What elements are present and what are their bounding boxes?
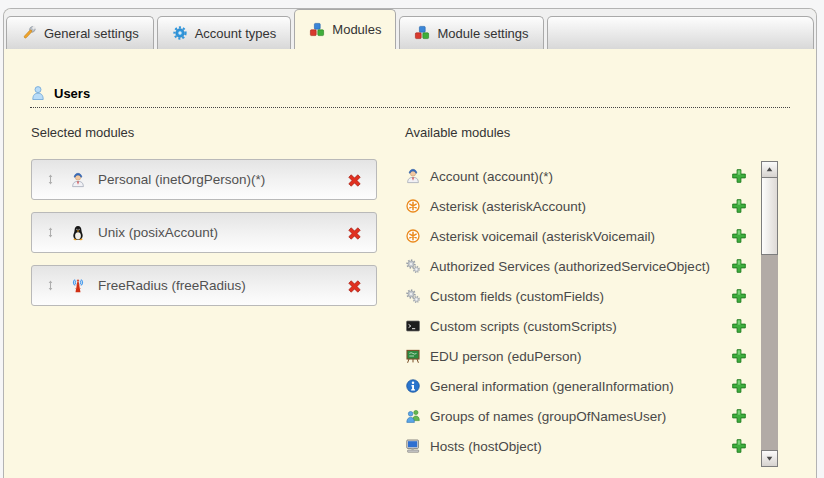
- tab-label: Account types: [195, 26, 277, 41]
- available-module-row: Hosts (hostObject): [405, 431, 749, 461]
- available-module-label: Asterisk (asteriskAccount): [430, 199, 731, 214]
- drag-handle-icon[interactable]: [44, 226, 57, 239]
- scrollbar-track[interactable]: [761, 255, 778, 450]
- selected-module-row[interactable]: Personal (inetOrgPerson)(*): [31, 159, 377, 200]
- tab-label: Module settings: [437, 26, 528, 41]
- antenna-icon: [70, 278, 86, 294]
- add-module-button[interactable]: [731, 378, 747, 394]
- remove-module-button[interactable]: [346, 225, 363, 242]
- page-background: { "colors": { "content_background": "#fc…: [0, 0, 824, 478]
- person-icon: [70, 172, 86, 188]
- terminal-icon: [405, 318, 421, 334]
- selected-module-label: FreeRadius (freeRadius): [98, 278, 246, 293]
- gear-icon: [172, 25, 188, 41]
- available-module-label: EDU person (eduPerson): [430, 349, 731, 364]
- modules-cubes-icon: [309, 22, 325, 38]
- add-module-button[interactable]: [731, 318, 747, 334]
- available-module-row: Authorized Services (authorizedServiceOb…: [405, 251, 749, 281]
- penguin-icon: [70, 225, 86, 241]
- add-module-button[interactable]: [731, 228, 747, 244]
- add-module-button[interactable]: [731, 348, 747, 364]
- drag-handle-icon[interactable]: [44, 173, 57, 186]
- available-module-label: Hosts (hostObject): [430, 439, 731, 454]
- drag-handle-icon[interactable]: [44, 279, 57, 292]
- available-modules-scrollbar[interactable]: [761, 161, 778, 467]
- modules-cubes-icon: [414, 25, 430, 41]
- arrow-up-icon: [765, 165, 774, 174]
- available-module-label: Asterisk voicemail (asteriskVoicemail): [430, 229, 731, 244]
- available-module-row: Custom fields (customFields): [405, 281, 749, 311]
- available-module-label: Groups of names (groupOfNamesUser): [430, 409, 731, 424]
- scroll-down-button[interactable]: [761, 450, 778, 467]
- users-section-header: Users: [30, 85, 790, 108]
- tab-module-settings[interactable]: Module settings: [399, 16, 543, 49]
- tab-label: General settings: [44, 26, 139, 41]
- info-icon: [405, 378, 421, 394]
- available-module-row: Asterisk (asteriskAccount): [405, 191, 749, 221]
- selected-module-row[interactable]: FreeRadius (freeRadius): [31, 265, 377, 306]
- available-module-row: Custom scripts (customScripts): [405, 311, 749, 341]
- available-modules-list: Account (account)(*)Asterisk (asteriskAc…: [405, 161, 749, 461]
- gears-icon: [405, 288, 421, 304]
- gears-icon: [405, 258, 421, 274]
- group-icon: [405, 408, 421, 424]
- tab-label: Modules: [332, 22, 381, 37]
- available-module-row: EDU person (eduPerson): [405, 341, 749, 371]
- add-module-button[interactable]: [731, 438, 747, 454]
- available-module-row: Groups of names (groupOfNamesUser): [405, 401, 749, 431]
- available-module-label: Custom scripts (customScripts): [430, 319, 731, 334]
- selected-modules-heading: Selected modules: [31, 125, 134, 140]
- remove-module-button[interactable]: [346, 172, 363, 189]
- asterisk-icon: [405, 198, 421, 214]
- configuration-panel: General settingsAccount typesModulesModu…: [3, 8, 817, 478]
- selected-module-label: Unix (posixAccount): [98, 225, 218, 240]
- host-icon: [405, 438, 421, 454]
- available-modules-heading: Available modules: [405, 125, 510, 140]
- chalkboard-icon: [405, 348, 421, 364]
- available-module-label: General information (generalInformation): [430, 379, 731, 394]
- scrollbar-thumb[interactable]: [761, 178, 778, 255]
- arrow-down-icon: [765, 454, 774, 463]
- remove-module-button[interactable]: [346, 278, 363, 295]
- asterisk-icon: [405, 228, 421, 244]
- tab-general-settings[interactable]: General settings: [6, 16, 154, 49]
- tab-modules[interactable]: Modules: [294, 9, 396, 49]
- available-module-label: Authorized Services (authorizedServiceOb…: [430, 259, 731, 274]
- selected-modules-list: Personal (inetOrgPerson)(*)Unix (posixAc…: [31, 159, 377, 318]
- add-module-button[interactable]: [731, 198, 747, 214]
- add-module-button[interactable]: [731, 288, 747, 304]
- available-module-label: Account (account)(*): [430, 169, 731, 184]
- selected-module-label: Personal (inetOrgPerson)(*): [98, 172, 265, 187]
- user-icon: [30, 85, 46, 101]
- scroll-up-button[interactable]: [761, 161, 778, 178]
- tab-bar: General settingsAccount typesModulesModu…: [4, 9, 816, 49]
- tab-filler: [547, 16, 814, 49]
- add-module-button[interactable]: [731, 168, 747, 184]
- available-module-row: Asterisk voicemail (asteriskVoicemail): [405, 221, 749, 251]
- person-icon: [405, 168, 421, 184]
- add-module-button[interactable]: [731, 258, 747, 274]
- selected-module-row[interactable]: Unix (posixAccount): [31, 212, 377, 253]
- tab-account-types[interactable]: Account types: [157, 16, 292, 49]
- users-section-title: Users: [54, 86, 90, 101]
- wrench-icon: [21, 25, 37, 41]
- add-module-button[interactable]: [731, 408, 747, 424]
- available-module-row: General information (generalInformation): [405, 371, 749, 401]
- available-module-row: Account (account)(*): [405, 161, 749, 191]
- available-module-label: Custom fields (customFields): [430, 289, 731, 304]
